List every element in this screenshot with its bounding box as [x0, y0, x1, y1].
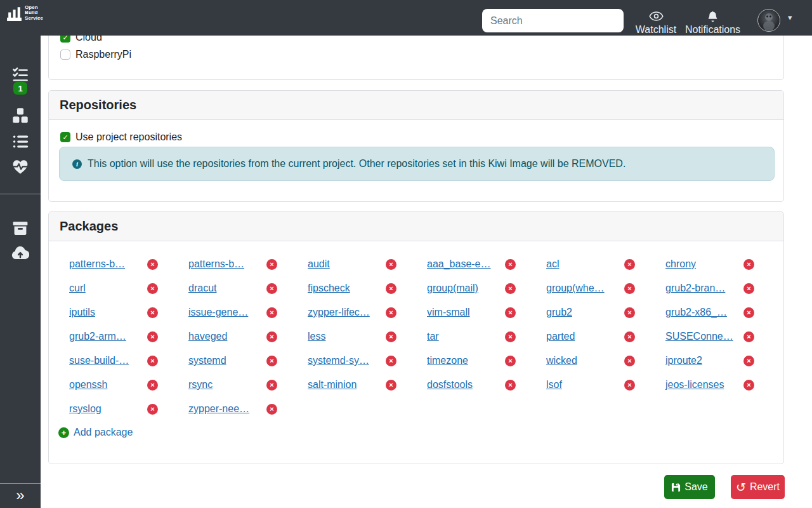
watchlist-menu[interactable]: Watchlist	[631, 10, 681, 36]
search-input[interactable]	[482, 9, 624, 32]
package-link[interactable]: zypper-lifec…	[308, 307, 370, 318]
package-link[interactable]: dosfstools	[427, 379, 473, 391]
sidebar-item-tasks[interactable]	[0, 67, 41, 83]
delete-package-icon[interactable]: ×	[147, 380, 158, 391]
save-button[interactable]: Save	[664, 475, 715, 499]
add-package-button[interactable]: + Add package	[58, 424, 133, 441]
package-link[interactable]: grub2	[546, 307, 572, 318]
delete-package-icon[interactable]: ×	[624, 380, 635, 391]
delete-package-icon[interactable]: ×	[266, 307, 277, 318]
package-link[interactable]: chrony	[665, 258, 696, 270]
package-link[interactable]: aaa_base-e…	[427, 258, 491, 270]
eye-icon	[649, 11, 664, 22]
package-link[interactable]: zypper-nee…	[188, 403, 249, 415]
delete-package-icon[interactable]: ×	[505, 380, 516, 391]
package-link[interactable]: systemd-sy…	[308, 355, 369, 366]
delete-package-icon[interactable]: ×	[147, 307, 158, 318]
delete-package-icon[interactable]: ×	[266, 404, 277, 415]
delete-package-icon[interactable]: ×	[147, 259, 158, 270]
delete-package-icon[interactable]: ×	[505, 307, 516, 318]
checkbox-unchecked-icon[interactable]	[60, 50, 70, 60]
use-project-repositories-checkbox-row[interactable]: ✓ Use project repositories	[60, 130, 182, 145]
sidebar-expand-button[interactable]: »	[0, 486, 41, 504]
sidebar-item-image-templates[interactable]	[0, 245, 41, 260]
checkbox-checked-icon[interactable]: ✓	[60, 132, 70, 142]
delete-package-icon[interactable]: ×	[266, 259, 277, 270]
package-link[interactable]: haveged	[188, 331, 227, 342]
delete-package-icon[interactable]: ×	[266, 356, 277, 366]
delete-package-icon[interactable]: ×	[505, 259, 516, 270]
package-link[interactable]: group(mail)	[427, 283, 478, 294]
delete-package-icon[interactable]: ×	[266, 331, 277, 342]
delete-package-icon[interactable]: ×	[624, 259, 635, 270]
package-link[interactable]: systemd	[188, 355, 226, 366]
delete-package-icon[interactable]: ×	[743, 380, 754, 391]
package-link[interactable]: fipscheck	[308, 283, 350, 294]
delete-package-icon[interactable]: ×	[386, 380, 396, 391]
package-link[interactable]: less	[308, 331, 325, 342]
sidebar-item-requests[interactable]	[0, 133, 41, 150]
profile-option-raspberrypi[interactable]: RaspberryPi	[60, 47, 131, 62]
delete-package-icon[interactable]: ×	[386, 259, 396, 270]
delete-package-icon[interactable]: ×	[743, 331, 754, 342]
sidebar-item-packages[interactable]	[0, 107, 41, 124]
package-link[interactable]: rsyslog	[69, 403, 102, 415]
delete-package-icon[interactable]: ×	[386, 283, 396, 294]
package-link[interactable]: suse-build-…	[69, 355, 129, 366]
delete-package-icon[interactable]: ×	[624, 307, 635, 318]
notifications-menu[interactable]: Notifications	[679, 10, 746, 36]
package-link[interactable]: acl	[546, 258, 559, 270]
caret-down-icon[interactable]: ▾	[788, 13, 792, 22]
sidebar-item-monitor[interactable]	[0, 159, 41, 175]
delete-package-icon[interactable]: ×	[386, 331, 396, 342]
delete-package-icon[interactable]: ×	[505, 331, 516, 342]
package-link[interactable]: issue-gene…	[188, 307, 248, 318]
package-link[interactable]: audit	[308, 258, 330, 270]
package-link[interactable]: salt-minion	[308, 379, 357, 391]
package-link[interactable]: patterns-b…	[188, 258, 244, 270]
package-link[interactable]: rsync	[188, 379, 213, 391]
package-item: suse-build-… ×	[59, 349, 178, 373]
delete-package-icon[interactable]: ×	[266, 380, 277, 391]
package-link[interactable]: timezone	[427, 355, 468, 366]
package-link[interactable]: lsof	[546, 379, 562, 391]
package-link[interactable]: wicked	[546, 355, 577, 366]
package-link[interactable]: grub2-arm…	[69, 331, 126, 342]
obs-logo[interactable]: Open Build Service	[6, 4, 43, 22]
delete-package-icon[interactable]: ×	[505, 356, 516, 366]
delete-package-icon[interactable]: ×	[386, 356, 396, 366]
delete-package-icon[interactable]: ×	[147, 283, 158, 294]
sidebar-item-repositories[interactable]	[0, 220, 41, 236]
user-avatar[interactable]	[757, 9, 780, 32]
package-link[interactable]: tar	[427, 331, 439, 342]
delete-package-icon[interactable]: ×	[743, 356, 754, 366]
package-link[interactable]: patterns-b…	[69, 258, 125, 270]
package-link[interactable]: grub2-bran…	[665, 283, 725, 294]
delete-package-icon[interactable]: ×	[624, 356, 635, 366]
package-link[interactable]: SUSEConne…	[665, 331, 733, 342]
package-link[interactable]: iproute2	[665, 355, 702, 366]
delete-package-icon[interactable]: ×	[505, 283, 516, 294]
delete-package-icon[interactable]: ×	[624, 283, 635, 294]
delete-package-icon[interactable]: ×	[147, 404, 158, 415]
delete-package-icon[interactable]: ×	[743, 283, 754, 294]
delete-package-icon[interactable]: ×	[743, 307, 754, 318]
sidebar-divider	[0, 194, 41, 194]
package-link[interactable]: parted	[546, 331, 575, 342]
delete-package-icon[interactable]: ×	[147, 331, 158, 342]
delete-package-icon[interactable]: ×	[386, 307, 396, 318]
delete-package-icon[interactable]: ×	[147, 356, 158, 366]
package-link[interactable]: jeos-licenses	[665, 379, 724, 391]
delete-package-icon[interactable]: ×	[624, 331, 635, 342]
package-link[interactable]: dracut	[188, 283, 216, 294]
package-link[interactable]: group(whe…	[546, 283, 605, 294]
delete-package-icon[interactable]: ×	[266, 283, 277, 294]
plus-circle-icon: +	[58, 427, 69, 438]
package-link[interactable]: iputils	[69, 307, 95, 318]
delete-package-icon[interactable]: ×	[743, 259, 754, 270]
package-link[interactable]: grub2-x86_…	[665, 307, 727, 318]
package-link[interactable]: vim-small	[427, 307, 470, 318]
package-link[interactable]: curl	[69, 283, 86, 294]
package-link[interactable]: openssh	[69, 379, 108, 391]
revert-button[interactable]: ↺ Revert	[731, 475, 785, 499]
